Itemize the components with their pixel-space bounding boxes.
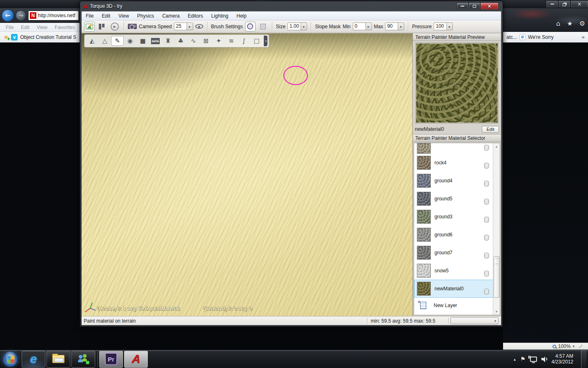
visibility-eye-icon[interactable] bbox=[195, 24, 203, 29]
scene-view-button[interactable] bbox=[84, 22, 95, 31]
terrain-painter-icon[interactable]: ✎ bbox=[111, 36, 124, 46]
add-favorite-icon[interactable]: ★ bbox=[3, 34, 9, 41]
ie-restore-button[interactable] bbox=[558, 0, 570, 8]
home-icon[interactable]: ⌂ bbox=[556, 20, 560, 27]
delete-layer-icon[interactable] bbox=[484, 145, 489, 152]
scroll-down-icon[interactable]: ▾ bbox=[493, 308, 500, 315]
address-bar[interactable]: N http://movies.netf bbox=[28, 11, 79, 20]
menu-help[interactable]: Help bbox=[232, 13, 251, 19]
toolbar-collapse-icon[interactable]: ◂ bbox=[264, 36, 267, 46]
material-row-rock4[interactable]: rock4 bbox=[414, 154, 500, 172]
tools-gear-icon[interactable]: ⚙ bbox=[579, 20, 585, 27]
minimize-button[interactable] bbox=[457, 2, 468, 10]
material-row-ground4[interactable]: ground4 bbox=[414, 172, 500, 190]
spinner-icon[interactable]: ▸ bbox=[301, 23, 307, 30]
pressure-field[interactable]: 100 ▸ bbox=[434, 22, 453, 30]
camera-speed-value[interactable]: 25 bbox=[174, 23, 187, 30]
slope-min-field[interactable]: 0 ▸ bbox=[353, 22, 372, 30]
start-button[interactable] bbox=[2, 351, 18, 367]
terrain-viewport[interactable]: ◭ △ ✎ ◉ ■ DATA ♜ ♣ ∿ ⊠ ✦ ≋ ∫ □ ◂ bbox=[82, 33, 413, 316]
network-icon[interactable] bbox=[530, 357, 537, 362]
material-row-snow5[interactable]: snow5 bbox=[414, 262, 500, 280]
play-button[interactable]: ▶ bbox=[109, 22, 120, 31]
spinner-icon[interactable]: ▸ bbox=[398, 23, 404, 30]
menu-edit[interactable]: Edit bbox=[98, 13, 114, 19]
sketch-tool-icon[interactable]: ■ bbox=[136, 36, 149, 46]
mission-area-editor-icon[interactable]: ⊠ bbox=[200, 36, 212, 46]
ie-close-button[interactable]: × bbox=[570, 0, 588, 8]
material-row-partial[interactable] bbox=[414, 143, 500, 154]
decal-editor-icon[interactable]: ♜ bbox=[162, 36, 174, 46]
back-button[interactable]: ← bbox=[2, 9, 14, 22]
ie-minimize-button[interactable] bbox=[546, 0, 558, 8]
particle-editor-icon[interactable]: ✦ bbox=[212, 36, 225, 46]
taskbar-clock[interactable]: 4:57 AM 4/23/2012 bbox=[552, 353, 573, 365]
new-layer-button[interactable]: New Layer bbox=[414, 298, 500, 313]
favorites-star-icon[interactable]: ★ bbox=[567, 20, 572, 27]
forest-editor-icon[interactable]: ♣ bbox=[174, 36, 187, 46]
delete-layer-icon[interactable] bbox=[484, 217, 489, 224]
road-path-editor-icon[interactable]: ∿ bbox=[187, 36, 200, 46]
delete-layer-icon[interactable] bbox=[484, 199, 489, 206]
size-field[interactable]: 1.00 ▸ bbox=[287, 22, 307, 30]
scrollbar-thumb[interactable] bbox=[494, 256, 499, 298]
spinner-icon[interactable]: ▸ bbox=[187, 23, 193, 30]
zoom-caret-icon[interactable]: ▾ bbox=[572, 344, 575, 348]
delete-layer-icon[interactable] bbox=[484, 289, 489, 296]
show-desktop-button[interactable] bbox=[581, 350, 586, 368]
slope-max-value[interactable]: 90 bbox=[385, 23, 398, 30]
menu-view[interactable]: View bbox=[114, 13, 133, 19]
spinner-icon[interactable]: ▸ bbox=[446, 23, 452, 30]
ie-menu-file[interactable]: File bbox=[6, 25, 13, 30]
delete-layer-icon[interactable] bbox=[484, 253, 489, 260]
edit-material-button[interactable]: Edit bbox=[482, 126, 499, 133]
title-bar[interactable]: A Torque 3D - try × bbox=[80, 1, 503, 11]
taskbar-windows-explorer[interactable] bbox=[47, 351, 70, 368]
brush-circle-button[interactable] bbox=[245, 22, 256, 31]
size-value[interactable]: 1.00 bbox=[288, 23, 301, 30]
maximize-button[interactable] bbox=[468, 2, 480, 10]
forward-button[interactable]: → bbox=[16, 10, 26, 21]
delete-layer-icon[interactable] bbox=[484, 271, 489, 278]
menu-camera[interactable]: Camera bbox=[158, 13, 184, 19]
status-dropdown[interactable]: ▾ bbox=[450, 317, 499, 324]
ie-menu-edit[interactable]: Edit bbox=[21, 25, 29, 30]
ie-menu-view[interactable]: View bbox=[37, 25, 47, 30]
material-editor-icon[interactable]: ◉ bbox=[124, 36, 136, 46]
river-editor-icon[interactable]: ≋ bbox=[225, 36, 238, 46]
slope-min-value[interactable]: 0 bbox=[353, 23, 365, 30]
delete-layer-icon[interactable] bbox=[484, 235, 489, 242]
convex-shape-editor-icon[interactable]: □ bbox=[250, 36, 263, 46]
material-row-ground6[interactable]: ground6 bbox=[414, 226, 500, 244]
favorite-item[interactable]: Object Creation Tutorial S bbox=[20, 34, 76, 40]
zoom-level[interactable]: 100% bbox=[558, 343, 571, 349]
spinner-icon[interactable]: ▸ bbox=[365, 23, 372, 30]
object-editor-icon[interactable]: ◭ bbox=[86, 36, 98, 46]
favorites-overflow-chevron[interactable]: » bbox=[581, 34, 585, 40]
taskbar-internet-explorer[interactable]: e bbox=[22, 351, 45, 368]
decal-road-editor-icon[interactable]: ∫ bbox=[238, 36, 250, 46]
material-list-scrollbar[interactable]: ▴ ▾ bbox=[493, 143, 500, 315]
speaker-icon[interactable] bbox=[541, 356, 547, 362]
taskbar-torque[interactable]: A bbox=[124, 351, 148, 368]
material-row-newMaterial0-selected[interactable]: newMaterial0 bbox=[414, 280, 500, 298]
terrain-editor-icon[interactable]: △ bbox=[98, 36, 111, 46]
ie-menu-favorites[interactable]: Favorites bbox=[55, 25, 75, 30]
material-row-ground3[interactable]: ground3 bbox=[414, 208, 500, 226]
taskbar-premiere[interactable]: Pr bbox=[99, 351, 123, 368]
datablock-editor-icon[interactable]: DATA bbox=[149, 36, 162, 46]
pressure-value[interactable]: 100 bbox=[434, 23, 446, 30]
close-button[interactable]: × bbox=[480, 2, 499, 10]
delete-layer-icon[interactable] bbox=[484, 181, 489, 188]
menu-lighting[interactable]: Lighting bbox=[207, 13, 232, 19]
hidden-icons-chevron[interactable]: ▴ bbox=[514, 357, 516, 361]
delete-layer-icon[interactable] bbox=[484, 163, 489, 170]
camera-icon[interactable] bbox=[128, 24, 137, 29]
material-row-ground7[interactable]: ground7 bbox=[414, 244, 500, 262]
favorite-item[interactable]: We're Sorry bbox=[528, 34, 554, 40]
favorite-item-truncated[interactable]: atc... bbox=[506, 34, 517, 40]
menu-editors[interactable]: Editors bbox=[184, 13, 207, 19]
material-row-ground5[interactable]: ground5 bbox=[414, 190, 500, 208]
scroll-up-icon[interactable]: ▴ bbox=[493, 143, 500, 150]
menu-physics[interactable]: Physics bbox=[133, 13, 158, 19]
